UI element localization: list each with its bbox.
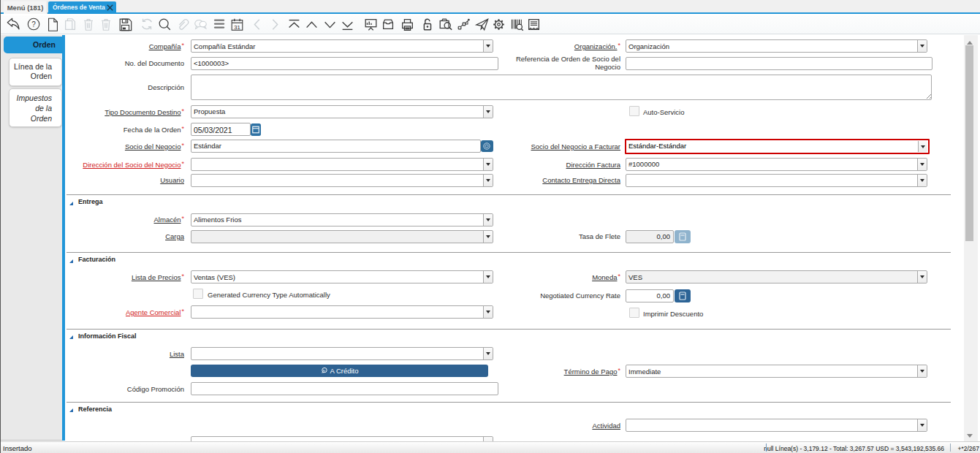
svg-text:?: ? bbox=[31, 20, 36, 28]
svg-text:31: 31 bbox=[234, 24, 240, 31]
